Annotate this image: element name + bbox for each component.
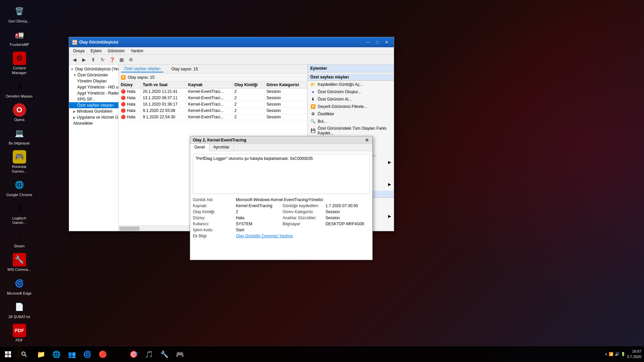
tree-uygulama[interactable]: ▶ Uygulama ve Hizmet Günlükleri (69, 114, 118, 120)
txt-icon: 📄 (13, 300, 26, 314)
taskbar-opera-tb[interactable]: 🔴 (95, 347, 110, 362)
desktop-icon-chrome[interactable]: 🌐 Google Chrome (4, 176, 35, 199)
forward-button[interactable]: ▶ (80, 56, 88, 64)
taskbar-clock[interactable]: 16:07 3.7.2020 (627, 349, 641, 359)
taskbar-file-explorer[interactable]: 📁 (34, 347, 48, 362)
table-row[interactable]: 🔴 Hata 9.1.2020 22:54:30 Kernel-EventTra… (119, 114, 307, 120)
taskbar-epic-tb[interactable]: 🎯 (126, 347, 141, 362)
desktop-icon-denetim[interactable]: 🖥 Denetim Masası (4, 78, 35, 101)
taskbar-search-button[interactable] (16, 346, 32, 362)
desktop-icon-opera[interactable]: O Opera (4, 101, 35, 124)
summary-tab-count[interactable]: Olay sayısı: 15 (169, 66, 201, 72)
error-icon: 🔴 (121, 89, 126, 94)
tree-aygit-hid[interactable]: Aygıt Yöneticisi - HID uy... (69, 84, 118, 90)
tray-battery[interactable]: 🔋 (621, 352, 626, 356)
action-kaydet-gunlugu[interactable]: 📂 Kaydedilen Günlüğü Aç... (308, 81, 394, 88)
taskbar-edge[interactable]: 🌀 (80, 347, 95, 362)
taskbar-monitor-tb[interactable]: 🖥 (188, 347, 203, 362)
event-detail-dialog: Olay 2, Kernel-EventTracing ✕ Genel Ayrı… (190, 136, 373, 260)
desktop-icon-bu-bilgisayar[interactable]: 💻 Bu bilgisayar (4, 125, 35, 147)
taskbar-people[interactable]: 👥 (64, 347, 79, 362)
recycle-icon: 🗑️ (13, 5, 26, 18)
filter-icon: 🔽 (121, 75, 126, 80)
maximize-button[interactable]: □ (373, 39, 382, 46)
table-row[interactable]: 🔴 Hata 10.1.2020 01:36:17 Kernel-EventTr… (119, 101, 307, 108)
tree-yonetim[interactable]: Yönetim Olayları (69, 78, 118, 84)
ek-bilgi-link[interactable]: Olay Günlüğü Çevrimiçi Yardımı (236, 234, 370, 238)
summary-tab-ozet[interactable]: Özet sayfası olayları (121, 66, 163, 72)
table-row[interactable]: 🔴 Hata 13.1.2020 06:37:11 Kernel-EventTr… (119, 95, 307, 101)
taskbar-browser-1[interactable]: 🌐 (49, 347, 64, 362)
action-ozel-gorunum-al[interactable]: ⬇ Özel Görünüm Al... (308, 96, 394, 103)
error-icon: 🔴 (121, 102, 126, 107)
taskbar-msi-tb[interactable]: 🔧 (157, 347, 172, 362)
tree-abonelikler[interactable]: Abonelikler (69, 120, 118, 126)
h-scroll-thumb[interactable] (119, 227, 140, 231)
islem-kodu-label: İşlem kodu: (193, 228, 233, 232)
menu-dosya[interactable]: Dosya (70, 48, 87, 54)
taskbar-game-tb[interactable]: 🎮 (172, 347, 187, 362)
settings-button[interactable]: ⚙ (127, 56, 135, 64)
menu-eylem[interactable]: Eylem (88, 48, 104, 54)
refresh-button[interactable]: ↻ (99, 56, 107, 64)
tree-ozet[interactable]: Özet sayfası olayları (69, 102, 118, 108)
action-filtrele[interactable]: 🔽 Geçerli Görünümü Filtrele... (308, 103, 394, 110)
menu-yardim[interactable]: Yardım (128, 48, 146, 54)
detail-close-button[interactable]: ✕ (364, 137, 370, 143)
action-ozel-gorunum-olustur[interactable]: ● Özel Görünüm Oluştur... (308, 88, 394, 96)
chrome-label: Google Chrome (6, 193, 33, 197)
cell-datetime: 20.1.2020 11:21:41 (141, 88, 186, 95)
action-tum-olaylar-kaydet[interactable]: 💾 Özel Görünümdeki Tüm Olayları Farklı K… (308, 125, 394, 136)
taskbar-steam-tb[interactable]: ♨ (111, 347, 125, 362)
uygulama-arrow: ▶ (73, 116, 76, 119)
submenu-arrow-copy: ▶ (388, 214, 391, 219)
desktop-icon-txt[interactable]: 📄 28 ŞUBAT.txt (4, 298, 35, 321)
taskbar-spotify[interactable]: 🎵 (142, 347, 156, 362)
actions-section-title-1[interactable]: Özet sayfası olayları (308, 74, 394, 81)
up-button[interactable]: ⬆ (89, 56, 97, 64)
rockstar-label: Rockstar Games... (6, 165, 33, 173)
col-olay-kimligi[interactable]: Olay Kimliği (232, 81, 264, 88)
tree-aygit-radeon[interactable]: Aygıt Yöneticisi - Radeon... (69, 90, 118, 96)
tray-up-arrow[interactable]: ∧ (605, 352, 607, 356)
desktop-icon-recycle[interactable]: 🗑️ Geri Dönüş... (4, 3, 35, 25)
minimize-button[interactable]: ─ (364, 39, 372, 46)
tree-root[interactable]: ▼ Olay Görüntüleyicisi (Yerel) (69, 66, 118, 72)
desktop-icon-logitech[interactable]: 🖱 Logitech Gamin... (4, 200, 35, 227)
kullanici-value: SYSTEM (236, 222, 280, 226)
desktop-icon-steam[interactable]: ♨ Steam (4, 228, 35, 250)
detail-tab-ayrintilar[interactable]: Ayrıntılar (209, 144, 234, 151)
close-button[interactable]: ✕ (382, 39, 391, 46)
help-button[interactable]: ❓ (108, 56, 116, 64)
desktop-icon-rockstar[interactable]: 🎮 Rockstar Games... (4, 148, 35, 175)
table-row[interactable]: 🔴 Hata 20.1.2020 11:21:41 Kernel-EventTr… (119, 88, 307, 95)
cell-event-id: 2 (232, 95, 264, 101)
filter-button[interactable]: ▦ (117, 56, 125, 64)
table-row[interactable]: 🔴 Hata 9.1.2020 22:55:08 Kernel-EventTra… (119, 108, 307, 114)
col-tarih[interactable]: Tarih ve Saat (141, 81, 186, 88)
svg-point-4 (22, 352, 25, 355)
menu-gorunum[interactable]: Görünüm (105, 48, 127, 54)
tree-windows-gunlukleri[interactable]: ▶ Windows Günlükleri (69, 108, 118, 114)
action-bul[interactable]: 🔍 Bul... (308, 118, 394, 125)
truckers-label: TruckersMP (9, 43, 29, 47)
logitech-icon: 🖱 (13, 202, 26, 215)
desktop-icon-pdf[interactable]: PDF PDF (4, 322, 35, 345)
tree-ozel-gorunumler[interactable]: ▼ Özel Görünümler (69, 72, 118, 78)
col-kaynak[interactable]: Kaynak (186, 81, 232, 88)
back-button[interactable]: ◀ (70, 56, 78, 64)
detail-tab-genel[interactable]: Genel (190, 144, 209, 151)
col-duzey[interactable]: Düzey (119, 81, 141, 88)
desktop-icon-edge[interactable]: 🌀 Microsoft Edge (4, 275, 35, 298)
desktop-icon-msi[interactable]: 🔧 MSI Comma... (4, 251, 35, 274)
filter-bar: 🔽 Olay sayısı: 15 (119, 73, 307, 81)
tray-network[interactable]: 📶 (609, 352, 613, 356)
tree-xpg[interactable]: XPG SP... (69, 96, 118, 102)
action-ozellikler[interactable]: ⚙ Özellikler (308, 110, 394, 118)
desktop-icon-content-manager[interactable]: ⚙ Content Manager (4, 50, 35, 77)
cell-category: Session (264, 101, 307, 108)
tray-volume[interactable]: 🔊 (615, 352, 620, 356)
desktop-icon-truckers[interactable]: 🚛 TruckersMP (4, 26, 35, 49)
col-gorev[interactable]: Görev Kategorisi (264, 81, 307, 88)
start-button[interactable] (0, 346, 16, 362)
